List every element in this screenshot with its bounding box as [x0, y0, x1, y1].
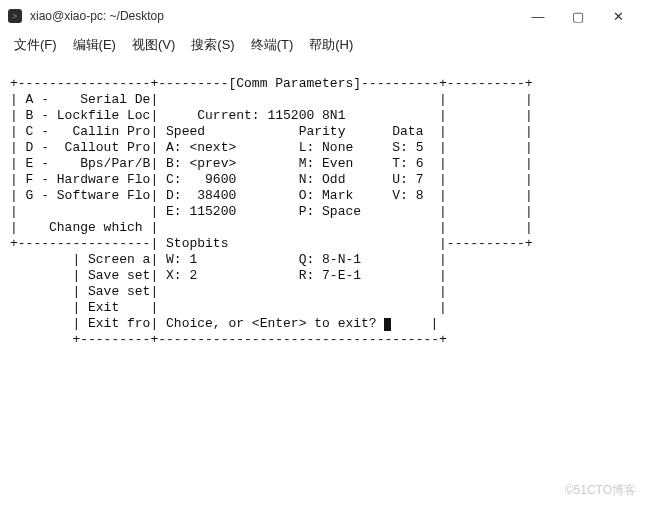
- line-screen: | Screen a| W: 1 Q: 8-N-1 |: [10, 252, 447, 267]
- line-exit: | Exit | |: [10, 300, 447, 315]
- terminal-content[interactable]: +-----------------+---------[Comm Parame…: [0, 58, 646, 350]
- menu-bar: 文件(F) 编辑(E) 视图(V) 搜索(S) 终端(T) 帮助(H): [0, 32, 646, 58]
- line-f: | F - Hardware Flo| C: 9600 N: Odd U: 7 …: [10, 172, 533, 187]
- maximize-button[interactable]: ▢: [558, 2, 598, 30]
- line-d: | D - Callout Pro| A: <next> L: None S: …: [10, 140, 533, 155]
- minimize-button[interactable]: —: [518, 2, 558, 30]
- menu-help[interactable]: 帮助(H): [301, 34, 361, 56]
- menu-search[interactable]: 搜索(S): [183, 34, 242, 56]
- line-save2: | Save set| |: [10, 284, 447, 299]
- line-change: | Change which | | |: [10, 220, 533, 235]
- terminal-icon: [8, 9, 22, 23]
- menu-terminal[interactable]: 终端(T): [243, 34, 302, 56]
- menu-file[interactable]: 文件(F): [6, 34, 65, 56]
- window-title: xiao@xiao-pc: ~/Desktop: [30, 9, 518, 23]
- line-b: | B - Lockfile Loc| Current: 115200 8N1 …: [10, 108, 533, 123]
- line-e: | E - Bps/Par/B| B: <prev> M: Even T: 6 …: [10, 156, 533, 171]
- line-e2: | | E: 115200 P: Space | |: [10, 204, 533, 219]
- line-save1: | Save set| X: 2 R: 7-E-1 |: [10, 268, 447, 283]
- line-exitfro-right: |: [391, 316, 438, 331]
- line-exitfro-left: | Exit fro| Choice, or <Enter> to exit?: [10, 316, 384, 331]
- line-a: | A - Serial De| | |: [10, 92, 533, 107]
- menu-edit[interactable]: 编辑(E): [65, 34, 124, 56]
- watermark: ©51CTO博客: [565, 482, 636, 499]
- line-border-top: +-----------------+---------[Comm Parame…: [10, 76, 533, 91]
- line-border-bot: +---------+-----------------------------…: [10, 332, 447, 347]
- line-g: | G - Software Flo| D: 38400 O: Mark V: …: [10, 188, 533, 203]
- close-button[interactable]: ✕: [598, 2, 638, 30]
- menu-view[interactable]: 视图(V): [124, 34, 183, 56]
- line-sep: +-----------------| Stopbits |----------…: [10, 236, 533, 251]
- line-c: | C - Callin Pro| Speed Parity Data | |: [10, 124, 533, 139]
- titlebar: xiao@xiao-pc: ~/Desktop — ▢ ✕: [0, 0, 646, 32]
